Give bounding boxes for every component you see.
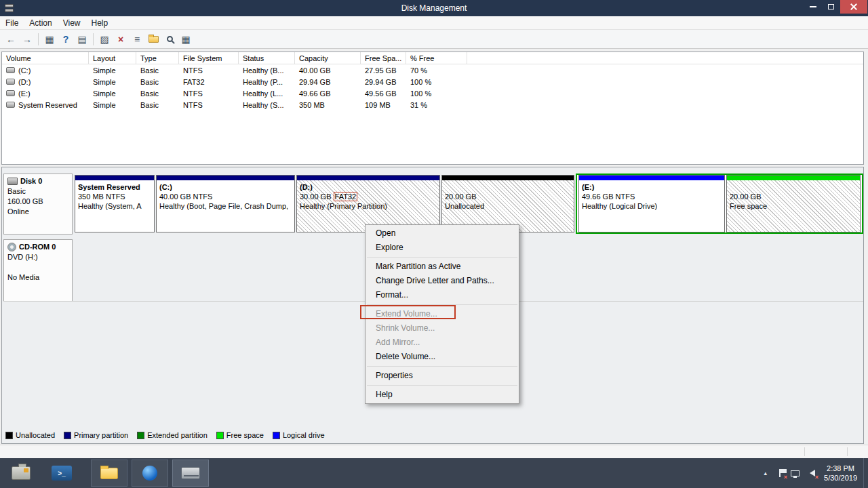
drive-icon — [6, 67, 15, 73]
partition-e-logical[interactable]: (E:) 49.66 GB NTFS Healthy (Logical Driv… — [578, 175, 725, 232]
menu-item-mark-partition-active[interactable]: Mark Partition as Active — [366, 260, 519, 274]
snapin-icon[interactable]: ▦ — [178, 32, 194, 47]
maximize-button[interactable] — [822, 0, 840, 14]
cdrom-label[interactable]: CD-ROM 0 DVD (H:) No Media — [3, 239, 73, 302]
menu-view[interactable]: View — [58, 16, 86, 29]
powershell-icon: >_ — [52, 466, 72, 481]
clock[interactable]: 2:38 PM 5/30/2019 — [824, 464, 857, 483]
column-layout[interactable]: Layout — [89, 52, 136, 64]
server-manager-button[interactable] — [3, 460, 39, 487]
disk-management-app-icon — [4, 3, 15, 14]
column-volume[interactable]: Volume — [2, 52, 89, 64]
menu-action[interactable]: Action — [24, 16, 57, 29]
mute-x-icon: × — [815, 474, 818, 481]
table-row-system-reserved[interactable]: System Reserved Simple Basic NTFS Health… — [2, 99, 863, 110]
cell-capacity: 29.94 GB — [295, 78, 361, 86]
server-manager-icon — [12, 466, 31, 480]
cell-status: Healthy (S... — [239, 101, 295, 109]
properties-icon[interactable]: ≡ — [129, 32, 145, 47]
annotation-fat32: FAT32 — [334, 192, 358, 201]
cell-capacity: 350 MB — [295, 101, 361, 109]
close-button[interactable] — [840, 0, 867, 14]
tray-chevron-icon[interactable]: ▴ — [760, 470, 772, 476]
column-pct-free[interactable]: % Free — [406, 52, 467, 64]
partition-name — [730, 182, 857, 192]
console-tree-icon[interactable]: ▦ — [41, 32, 58, 47]
system-tray: ▴ × × 2:38 PM 5/30/2019 — [760, 458, 868, 488]
help-icon[interactable]: ? — [58, 32, 74, 47]
table-row-c[interactable]: (C:) Simple Basic NTFS Healthy (B... 40.… — [2, 64, 863, 76]
menu-item-shrink-volume[interactable]: Shrink Volume... — [366, 321, 519, 336]
column-type[interactable]: Type — [136, 52, 179, 64]
display-dialog-icon[interactable]: ▨ — [96, 32, 113, 47]
cell-volume: System Reserved — [18, 101, 77, 109]
partition-size: 49.66 GB NTFS — [582, 192, 722, 201]
partition-system-reserved[interactable]: System Reserved 350 MB NTFS Healthy (Sys… — [75, 175, 155, 232]
window-title: Disk Management — [0, 3, 868, 13]
menu-separator — [367, 257, 517, 258]
cd-rom-icon — [7, 243, 16, 251]
column-file-system[interactable]: File System — [179, 52, 239, 64]
free-space-color-chip — [216, 432, 224, 439]
minimize-button[interactable] — [804, 0, 822, 14]
clock-time: 2:38 PM — [824, 464, 857, 473]
partition-status: Healthy (Boot, Page File, Crash Dump, — [159, 201, 292, 211]
menu-item-explore[interactable]: Explore — [366, 241, 519, 255]
drive-icon — [6, 79, 15, 85]
find-icon[interactable] — [161, 32, 178, 47]
menu-item-open[interactable]: Open — [366, 226, 519, 241]
logical-drive-color-chip — [273, 432, 280, 439]
menu-item-change-drive-letter[interactable]: Change Drive Letter and Paths... — [366, 274, 519, 288]
table-row-e[interactable]: (E:) Simple Basic NTFS Healthy (L... 49.… — [2, 87, 863, 99]
table-row-d[interactable]: (D:) Simple Basic FAT32 Healthy (P... 29… — [2, 76, 863, 87]
column-status[interactable]: Status — [239, 52, 295, 64]
disk-management-taskbar-button[interactable] — [172, 460, 209, 487]
cdrom-name: CD-ROM 0 — [19, 242, 56, 252]
menu-help[interactable]: Help — [86, 16, 114, 29]
export-list-icon[interactable]: ▤ — [74, 32, 90, 47]
column-free-space[interactable]: Free Spa... — [361, 52, 406, 64]
magnifier-icon — [167, 36, 173, 42]
partition-free-space[interactable]: 20.00 GB Free space — [726, 175, 861, 232]
forward-icon[interactable]: → — [19, 32, 35, 47]
partition-name: (D:) — [300, 182, 437, 192]
speaker-shape — [806, 470, 815, 476]
disk-icon — [7, 178, 18, 185]
legend-label: Unallocated — [16, 431, 55, 439]
legend-label: Free space — [226, 431, 264, 439]
column-capacity[interactable]: Capacity — [295, 52, 361, 64]
alert-x-icon: × — [784, 474, 787, 481]
network-app-button[interactable] — [132, 460, 168, 487]
partition-size: 20.00 GB — [730, 192, 857, 201]
disk0-name: Disk 0 — [20, 176, 42, 186]
menu-file[interactable]: File — [0, 16, 24, 29]
menu-item-delete-volume[interactable]: Delete Volume... — [366, 350, 519, 364]
cell-file-system: NTFS — [179, 101, 239, 109]
network-app-icon — [142, 466, 157, 481]
menu-item-help[interactable]: Help — [366, 388, 519, 402]
cell-pct-free: 100 % — [406, 89, 467, 98]
statusbar-separator — [804, 447, 805, 456]
cell-layout: Simple — [89, 78, 136, 86]
partition-c[interactable]: (C:) 40.00 GB NTFS Healthy (Boot, Page F… — [156, 175, 295, 232]
volume-muted-icon[interactable]: × — [805, 468, 816, 479]
partition-name: (C:) — [159, 182, 292, 192]
primary-partition-strip — [157, 176, 294, 180]
powershell-button[interactable]: >_ — [43, 460, 80, 487]
delete-icon[interactable]: × — [113, 32, 129, 47]
action-center-flag-icon[interactable]: × — [774, 468, 785, 479]
statusbar — [0, 445, 868, 458]
menu-item-properties[interactable]: Properties — [366, 369, 519, 383]
cell-pct-free: 31 % — [406, 101, 467, 109]
disk0-label[interactable]: Disk 0 Basic 160.00 GB Online — [3, 174, 73, 235]
back-icon[interactable]: ← — [3, 32, 19, 47]
network-status-icon[interactable] — [789, 468, 801, 479]
open-folder-icon[interactable] — [145, 32, 161, 47]
taskbar: >_ ▴ × × 2:38 PM 5/30/2019 — [0, 458, 868, 488]
file-explorer-button[interactable] — [91, 460, 127, 487]
menu-item-add-mirror[interactable]: Add Mirror... — [366, 336, 519, 350]
menu-item-format[interactable]: Format... — [366, 288, 519, 302]
partition-size: 20.00 GB — [445, 192, 571, 201]
show-desktop-button[interactable] — [863, 458, 868, 488]
cell-pct-free: 100 % — [406, 78, 467, 86]
